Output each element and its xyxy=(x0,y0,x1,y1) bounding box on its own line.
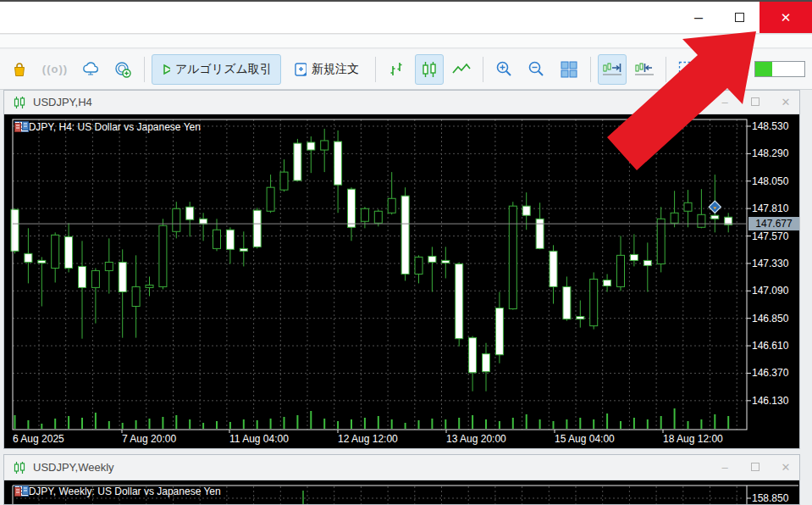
auto-scroll-icon xyxy=(601,61,623,78)
toolbar-separator xyxy=(144,57,145,82)
progress-fill xyxy=(755,62,772,76)
weekly-maximize-icon xyxy=(751,463,760,471)
time-axis-label: 13 Aug 20:00 xyxy=(446,433,506,445)
zoom-in-button[interactable] xyxy=(490,54,519,85)
weekly-price-axis-label: 158.850 xyxy=(752,492,788,504)
price-axis-label: 148.050 xyxy=(752,175,799,187)
play-icon xyxy=(161,63,170,76)
time-axis-label: 18 Aug 12:00 xyxy=(663,433,723,445)
maximize-icon xyxy=(735,13,744,22)
weekly-window-controls: – ✕ xyxy=(718,455,793,480)
h4-chart-canvas[interactable] xyxy=(4,114,799,448)
screenshot-icon xyxy=(678,61,697,78)
price-axis-label: 148.530 xyxy=(752,120,799,132)
candle-window-icon xyxy=(13,461,26,474)
h4-minimize-button[interactable]: – xyxy=(718,96,732,108)
candle-chart-icon xyxy=(420,61,439,78)
chart-window-usdjpy-h4: USDJPY,H4 – ✕ xyxy=(3,90,800,449)
line-chart-icon xyxy=(451,62,472,77)
h4-window-title: USDJPY,H4 xyxy=(33,96,92,108)
minimize-button[interactable]: – xyxy=(678,2,719,33)
weekly-symbol-description: USDJPY, Weekly: US Dollar vs Japanese Ye… xyxy=(14,486,221,497)
menu-band xyxy=(0,35,812,48)
toolbar-separator xyxy=(666,57,666,82)
volume-layer xyxy=(14,408,730,429)
algo-trading-label: アルゴリズム取引 xyxy=(175,62,272,77)
candle-window-icon xyxy=(13,96,26,109)
price-axis-label: 146.610 xyxy=(752,340,799,352)
market-button[interactable] xyxy=(5,54,34,85)
toolbar: ((o)) アルゴリズム取引 xyxy=(0,49,812,90)
lvl-label: LVL xyxy=(736,70,748,77)
time-axis-label: 12 Aug 12:00 xyxy=(338,433,398,445)
zoom-out-button[interactable] xyxy=(522,54,551,85)
titlebar: – ✕ xyxy=(0,0,812,34)
zoom-in-icon xyxy=(495,60,513,78)
cloud-button[interactable] xyxy=(76,54,105,85)
chart-shift-button[interactable] xyxy=(630,54,659,85)
metatrader-window: – ✕ ((o)) xyxy=(0,0,812,505)
tile-windows-icon xyxy=(561,61,577,78)
auto-scroll-button[interactable] xyxy=(598,54,627,85)
lvl-indicator: LVL xyxy=(736,61,748,77)
weekly-maximize-button[interactable] xyxy=(748,461,762,474)
h4-infoline: USDJPY, H4: US Dollar vs Japanese Yen xyxy=(14,121,201,133)
screenshot-button[interactable] xyxy=(673,54,702,85)
price-axis-label: 146.850 xyxy=(752,313,799,325)
weekly-window-title: USDJPY,Weekly xyxy=(33,461,114,474)
weekly-minimize-button[interactable]: – xyxy=(718,461,732,474)
weekly-close-button[interactable]: ✕ xyxy=(779,461,793,474)
time-axis-label: 7 Aug 20:00 xyxy=(122,433,176,445)
new-order-icon xyxy=(294,62,307,77)
tile-windows-button[interactable] xyxy=(555,54,583,85)
time-axis-label: 15 Aug 04:00 xyxy=(555,433,615,445)
price-axis-label: 148.290 xyxy=(752,147,799,159)
weekly-infoline: USDJPY, Weekly: US Dollar vs Japanese Ye… xyxy=(14,486,221,497)
algo-trading-button[interactable]: アルゴリズム取引 xyxy=(152,54,281,85)
price-axis-label: 146.370 xyxy=(752,367,799,379)
new-order-button[interactable]: 新規注文 xyxy=(284,54,368,85)
toolbar-separator xyxy=(590,57,591,82)
cloud-icon xyxy=(80,61,101,78)
one-click-trading-icon xyxy=(14,121,29,132)
h4-chart-area[interactable]: USDJPY, H4: US Dollar vs Japanese Yen 14… xyxy=(4,114,799,448)
h4-close-button[interactable]: ✕ xyxy=(779,96,793,108)
bar-chart-icon xyxy=(388,62,406,77)
time-axis-label: 11 Aug 04:00 xyxy=(229,433,289,445)
price-axis-label: 146.130 xyxy=(752,395,799,407)
price-axis-label: 147.330 xyxy=(752,258,799,269)
signal-icon: ((o)) xyxy=(42,63,68,75)
maximize-button[interactable] xyxy=(719,2,760,33)
shopping-bag-icon xyxy=(11,61,28,78)
weekly-chart-area[interactable]: USDJPY, Weekly: US Dollar vs Japanese Ye… xyxy=(4,480,799,504)
search-icon xyxy=(711,61,728,78)
bar-chart-button[interactable] xyxy=(383,54,412,85)
price-marker-diamond xyxy=(709,201,721,213)
close-button[interactable]: ✕ xyxy=(760,2,812,33)
h4-window-controls: – ✕ xyxy=(718,91,793,114)
h4-maximize-button[interactable] xyxy=(748,96,762,108)
new-order-label: 新規注文 xyxy=(312,62,359,77)
signals-button[interactable]: ((o)) xyxy=(37,54,73,85)
mql5-globe-icon xyxy=(113,60,132,79)
time-axis-label: 6 Aug 2025 xyxy=(13,433,64,445)
h4-window-titlebar[interactable]: USDJPY,H4 – ✕ xyxy=(4,91,799,114)
chart-shift-icon xyxy=(633,61,655,78)
h4-maximize-icon xyxy=(751,97,760,106)
search-button[interactable] xyxy=(705,54,734,85)
line-chart-button[interactable] xyxy=(447,54,476,85)
toolbar-separator xyxy=(375,57,376,82)
one-click-trading-icon xyxy=(14,486,29,497)
candle-chart-button[interactable] xyxy=(415,54,444,85)
price-axis-label: 147.810 xyxy=(752,203,799,214)
chart-window-usdjpy-weekly: USDJPY,Weekly – ✕ xyxy=(3,454,800,505)
toolbar-separator xyxy=(483,57,483,82)
price-axis-label: 147.090 xyxy=(752,285,799,297)
current-price-label: 147.677 xyxy=(748,217,799,230)
weekly-window-titlebar[interactable]: USDJPY,Weekly – ✕ xyxy=(4,455,799,480)
community-button[interactable] xyxy=(108,54,137,85)
zoom-out-icon xyxy=(528,60,545,78)
price-axis-label: 147.570 xyxy=(752,230,799,242)
h4-symbol-description: USDJPY, H4: US Dollar vs Japanese Yen xyxy=(14,121,201,133)
connection-progress-bar xyxy=(754,61,805,77)
